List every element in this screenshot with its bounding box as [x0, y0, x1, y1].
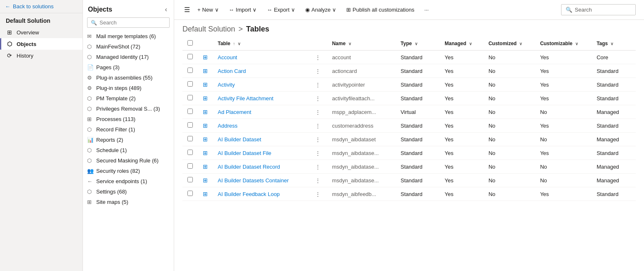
customized-sort-icon: ∨	[519, 41, 522, 46]
list-item[interactable]: ⬡MainFewShot (72)	[83, 41, 174, 52]
table-row-icon: ⊞	[203, 81, 208, 88]
header-customizable-label: Customizable	[540, 41, 572, 46]
table-name-link[interactable]: AI Builder Dataset	[218, 136, 261, 143]
list-item[interactable]: ⬡Record Filter (1)	[83, 124, 174, 135]
objects-search-input[interactable]	[100, 19, 166, 26]
top-search-icon: 🔍	[566, 7, 572, 13]
row-checkbox[interactable]	[187, 150, 193, 155]
row-more-options-button[interactable]: ⋮	[313, 136, 322, 143]
row-checkbox[interactable]	[187, 68, 193, 73]
import-button[interactable]: ↔ Import ∨	[225, 4, 261, 15]
new-button[interactable]: + New ∨	[193, 4, 223, 15]
row-icon-cell: ⊞	[198, 64, 213, 78]
row-more-options-button[interactable]: ⋮	[313, 122, 322, 130]
header-table-col[interactable]: Table ↑ ∨	[213, 37, 309, 51]
row-more-options-button[interactable]: ⋮	[313, 53, 322, 61]
table-name-link[interactable]: Address	[218, 123, 238, 129]
table-name-link[interactable]: Action Card	[218, 68, 246, 74]
list-item[interactable]: 📄Pages (3)	[83, 62, 174, 73]
row-checkbox[interactable]	[187, 136, 193, 141]
table-name-link[interactable]: Account	[218, 54, 237, 60]
row-more-options-button[interactable]: ⋮	[313, 149, 322, 157]
row-more-options-button[interactable]: ⋮	[313, 81, 322, 89]
export-button[interactable]: ↔ Export ∨	[262, 4, 299, 15]
breadcrumb-parent[interactable]: Default Solution	[182, 25, 235, 34]
list-item[interactable]: ⬡Secured Masking Rule (6)	[83, 155, 174, 166]
list-item[interactable]: ⬡Privileges Removal S... (3)	[83, 104, 174, 114]
list-item-label: Settings (68)	[96, 189, 170, 195]
header-table-label: Table	[218, 41, 230, 46]
row-name-cell: mspp_adplacem...	[327, 105, 396, 119]
sidebar-item-objects[interactable]: ⬡ Objects	[0, 38, 83, 50]
header-customizable-col[interactable]: Customizable ∨	[535, 37, 591, 51]
table-name-link[interactable]: AI Builder Feedback Loop	[218, 191, 280, 197]
row-more-options-button[interactable]: ⋮	[313, 177, 322, 184]
sidebar-item-overview[interactable]: ⊞ Overview	[0, 27, 83, 38]
row-checkbox[interactable]	[187, 191, 193, 196]
row-more-options-button[interactable]: ⋮	[313, 67, 322, 75]
list-item[interactable]: ⬡Schedule (1)	[83, 145, 174, 155]
table-name-link[interactable]: AI Builder Dataset Record	[218, 164, 280, 170]
table-name-link[interactable]: AI Builder Datasets Container	[218, 177, 289, 184]
header-tags-label: Tags	[597, 41, 608, 46]
publish-button[interactable]: ⊞ Publish all customizations	[342, 4, 418, 15]
list-item[interactable]: ⊞Site maps (5)	[83, 197, 174, 207]
new-icon: +	[197, 7, 201, 13]
row-more-options-button[interactable]: ⋮	[313, 190, 322, 198]
header-managed-col[interactable]: Managed ∨	[440, 37, 484, 51]
row-tags-cell: Core	[592, 51, 636, 64]
row-name-cell: account	[327, 51, 396, 64]
list-item[interactable]: ⚙Plug-in steps (489)	[83, 83, 174, 93]
list-item-label: MainFewShot (72)	[96, 44, 170, 50]
table-sort-dropdown-icon[interactable]: ∨	[238, 41, 241, 46]
list-item[interactable]: 📊Reports (2)	[83, 135, 174, 145]
table-name-link[interactable]: AI Builder Dataset File	[218, 150, 271, 156]
table-row-icon: ⊞	[203, 54, 208, 60]
row-checkbox[interactable]	[187, 122, 193, 128]
select-all-checkbox[interactable]	[187, 40, 193, 46]
row-customized-cell: No	[484, 78, 535, 92]
sidebar-item-history[interactable]: ⟳ History	[0, 50, 83, 61]
analyze-button[interactable]: ◉ Analyze ∨	[301, 4, 340, 15]
list-item[interactable]: ←Service endpoints (1)	[83, 176, 174, 186]
table-name-link[interactable]: Activity File Attachment	[218, 95, 273, 102]
back-to-solutions-button[interactable]: ← Back to solutions	[0, 0, 83, 13]
row-table-cell: Action Card	[213, 64, 309, 78]
header-customized-label: Customized	[488, 41, 517, 46]
list-item-label: Plug-in steps (489)	[96, 85, 170, 91]
list-item[interactable]: ⊞Processes (113)	[83, 114, 174, 124]
row-checkbox[interactable]	[187, 81, 193, 87]
row-type-cell: Standard	[396, 133, 440, 146]
collapse-panel-button[interactable]: ‹	[163, 5, 169, 14]
row-more-options-button[interactable]: ⋮	[313, 163, 322, 171]
list-item[interactable]: ⬡PM Template (2)	[83, 93, 174, 104]
list-item[interactable]: ✉Mail merge templates (6)	[83, 31, 174, 41]
row-checkbox[interactable]	[187, 95, 193, 100]
table-name-link[interactable]: Ad Placement	[218, 109, 251, 115]
row-more-options-button[interactable]: ⋮	[313, 94, 322, 102]
header-type-col[interactable]: Type ∨	[396, 37, 440, 51]
row-customized-cell: No	[484, 119, 535, 133]
objects-search-box[interactable]: 🔍	[87, 17, 170, 28]
row-checkbox[interactable]	[187, 177, 193, 182]
top-search-box[interactable]: 🔍 Search	[561, 4, 636, 15]
list-item[interactable]: ⚙Plug-in assemblies (55)	[83, 73, 174, 83]
header-tags-col[interactable]: Tags ∨	[592, 37, 636, 51]
row-name-cell: activitypointer	[327, 78, 396, 92]
row-more-options-button[interactable]: ⋮	[313, 108, 322, 116]
list-item[interactable]: ⬡Settings (68)	[83, 186, 174, 197]
more-options-button[interactable]: ···	[420, 4, 433, 15]
header-customized-col[interactable]: Customized ∨	[484, 37, 535, 51]
row-checkbox[interactable]	[187, 163, 193, 169]
list-item[interactable]: 👥Security roles (82)	[83, 166, 174, 176]
row-checkbox[interactable]	[187, 54, 193, 59]
row-icon-cell: ⊞	[198, 105, 213, 119]
table-name-link[interactable]: Activity	[218, 82, 235, 88]
row-name-cell: msdyn_aibfeedb...	[327, 187, 396, 201]
row-customizable-cell: Yes	[535, 78, 591, 92]
hamburger-menu-icon[interactable]: ☰	[182, 4, 192, 15]
row-customized-cell: No	[484, 146, 535, 160]
header-name-col[interactable]: Name ∨	[327, 37, 396, 51]
list-item[interactable]: ⬡Managed Identity (17)	[83, 52, 174, 62]
row-checkbox[interactable]	[187, 109, 193, 114]
